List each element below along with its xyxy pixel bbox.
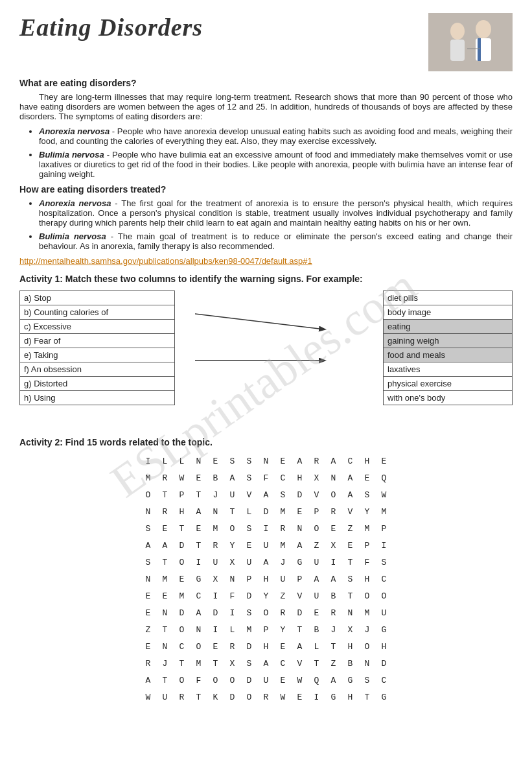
- ws-cell-12-2: T: [174, 655, 191, 672]
- wordsearch-row-13: ATOFOODUEWQAGSC: [140, 672, 393, 689]
- ws-cell-13-4: O: [207, 672, 224, 689]
- wordsearch-row-1: MRWEBASFCHXNAEQ: [140, 469, 393, 486]
- ws-cell-12-14: D: [376, 655, 393, 672]
- right-item-5: laxatives: [384, 362, 512, 377]
- svg-rect-0: [428, 13, 513, 71]
- ws-cell-1-9: H: [292, 469, 308, 486]
- anorexia-term1: Anorexia nervosa: [39, 126, 110, 136]
- ws-cell-4-5: O: [224, 520, 241, 537]
- left-column: a) Stopb) Counting calories ofc) Excessi…: [19, 290, 175, 405]
- ws-cell-4-13: M: [359, 520, 376, 537]
- ws-cell-3-12: V: [342, 503, 359, 520]
- treatment-list: Anorexia nervosa - The first goal for th…: [39, 198, 513, 251]
- ws-cell-7-14: C: [376, 571, 393, 587]
- ws-cell-10-5: L: [224, 621, 241, 638]
- ws-cell-3-2: H: [174, 503, 191, 520]
- ws-cell-2-5: U: [224, 486, 241, 503]
- ws-cell-3-5: T: [224, 503, 241, 520]
- ws-cell-4-14: P: [376, 520, 393, 537]
- left-item-2: c) Excessive: [20, 320, 174, 334]
- ws-cell-6-12: T: [342, 554, 359, 571]
- arrows-area: [195, 290, 364, 427]
- ws-cell-0-2: L: [174, 453, 191, 469]
- right-column: diet pillsbody imageeatinggaining weighf…: [383, 290, 513, 405]
- anorexia-treatment: Anorexia nervosa - The first goal for th…: [39, 198, 513, 228]
- svg-rect-5: [450, 40, 465, 61]
- ws-cell-0-4: E: [207, 453, 224, 469]
- ws-cell-0-3: N: [191, 453, 207, 469]
- ws-cell-4-9: N: [292, 520, 308, 537]
- wordsearch-row-0: ILLNESSNEARACHE: [140, 453, 393, 469]
- right-item-7: with one's body: [384, 391, 512, 405]
- ws-cell-2-10: V: [308, 486, 325, 503]
- ws-cell-7-12: S: [342, 571, 359, 587]
- wordsearch-row-9: ENDADISORDERNMU: [140, 604, 393, 621]
- ws-cell-13-13: S: [359, 672, 376, 689]
- ws-cell-5-13: P: [359, 537, 376, 554]
- ws-cell-6-8: J: [275, 554, 292, 571]
- ws-cell-11-10: L: [308, 638, 325, 655]
- ws-cell-11-8: E: [275, 638, 292, 655]
- ws-cell-13-2: O: [174, 672, 191, 689]
- ws-cell-0-1: L: [157, 453, 174, 469]
- svg-point-1: [476, 20, 491, 38]
- ws-cell-10-8: Y: [275, 621, 292, 638]
- bulimia-text2: - The main goal of treatment is to reduc…: [39, 231, 513, 251]
- ws-cell-8-5: F: [224, 587, 241, 604]
- ws-cell-2-2: P: [174, 486, 191, 503]
- ws-cell-4-8: R: [275, 520, 292, 537]
- left-item-1: b) Counting calories of: [20, 305, 174, 320]
- ws-cell-2-0: O: [140, 486, 157, 503]
- ws-cell-12-6: S: [241, 655, 258, 672]
- right-item-4: food and meals: [384, 348, 512, 362]
- ws-cell-8-7: Y: [258, 587, 275, 604]
- ws-cell-10-13: J: [359, 621, 376, 638]
- ws-cell-10-12: X: [342, 621, 359, 638]
- ws-cell-8-2: M: [174, 587, 191, 604]
- ws-cell-2-7: A: [258, 486, 275, 503]
- ws-cell-5-11: X: [325, 537, 342, 554]
- ws-cell-9-3: A: [191, 604, 207, 621]
- ws-cell-13-7: U: [258, 672, 275, 689]
- ws-cell-8-10: U: [308, 587, 325, 604]
- ws-cell-10-1: T: [157, 621, 174, 638]
- ws-cell-11-13: O: [359, 638, 376, 655]
- ws-cell-3-10: P: [308, 503, 325, 520]
- ws-cell-0-5: S: [224, 453, 241, 469]
- wordsearch-row-3: NRHANTLDMEPRVYM: [140, 503, 393, 520]
- ws-cell-7-8: U: [275, 571, 292, 587]
- ws-cell-3-13: Y: [359, 503, 376, 520]
- reference-link[interactable]: http://mentalhealth.samhsa.gov/publicati…: [19, 256, 513, 266]
- ws-cell-7-4: X: [207, 571, 224, 587]
- ws-cell-9-13: M: [359, 604, 376, 621]
- ws-cell-10-9: T: [292, 621, 308, 638]
- ws-cell-1-2: W: [174, 469, 191, 486]
- ws-cell-13-8: E: [275, 672, 292, 689]
- ws-cell-2-14: W: [376, 486, 393, 503]
- ws-cell-14-10: I: [308, 689, 325, 705]
- ws-cell-12-13: N: [359, 655, 376, 672]
- ws-cell-5-6: E: [241, 537, 258, 554]
- ws-cell-14-9: E: [292, 689, 308, 705]
- ws-cell-4-4: M: [207, 520, 224, 537]
- ws-cell-1-12: A: [342, 469, 359, 486]
- ws-cell-7-2: E: [174, 571, 191, 587]
- ws-cell-0-13: H: [359, 453, 376, 469]
- bulimia-term1: Bulimia nervosa: [39, 150, 104, 160]
- ws-cell-9-7: O: [258, 604, 275, 621]
- wordsearch-row-7: NMEGXNPHUPAASHC: [140, 571, 393, 587]
- ws-cell-14-6: O: [241, 689, 258, 705]
- ws-cell-9-8: R: [275, 604, 292, 621]
- ws-cell-4-11: E: [325, 520, 342, 537]
- ws-cell-4-0: S: [140, 520, 157, 537]
- left-item-7: h) Using: [20, 391, 174, 405]
- ws-cell-4-7: I: [258, 520, 275, 537]
- ws-cell-14-12: H: [342, 689, 359, 705]
- anorexia-term2: Anorexia nervosa: [39, 198, 111, 208]
- ws-cell-13-10: Q: [308, 672, 325, 689]
- ws-cell-8-1: E: [157, 587, 174, 604]
- ws-cell-8-14: O: [376, 587, 393, 604]
- ws-cell-7-0: N: [140, 571, 157, 587]
- ws-cell-4-10: O: [308, 520, 325, 537]
- wordsearch-row-8: EEMCIFDYZVUBTOO: [140, 587, 393, 604]
